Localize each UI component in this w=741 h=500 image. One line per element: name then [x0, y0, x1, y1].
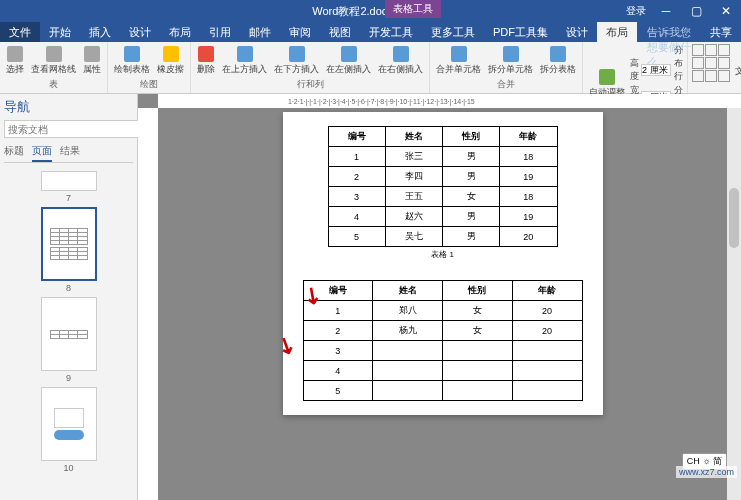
- menu-review[interactable]: 审阅: [280, 22, 320, 42]
- delete-button[interactable]: 删除: [195, 45, 217, 77]
- eraser-button[interactable]: 橡皮擦: [155, 45, 186, 77]
- nav-tab-headings[interactable]: 标题: [4, 142, 24, 162]
- height-input[interactable]: [641, 64, 671, 76]
- restore-icon[interactable]: ▢: [681, 0, 711, 22]
- tell-me-box[interactable]: 告诉我您想要做什么...: [637, 22, 701, 42]
- share-button[interactable]: 共享: [701, 22, 741, 42]
- search-input[interactable]: [4, 120, 139, 138]
- distribute-rows-button[interactable]: 分布行: [674, 44, 683, 83]
- context-tab-table: 表格工具: [385, 0, 441, 18]
- nav-tab-pages[interactable]: 页面: [32, 142, 52, 162]
- insert-right-button[interactable]: 在右侧插入: [376, 45, 425, 77]
- group-merge: 合并: [497, 78, 515, 91]
- annotation-arrow-2: ↘: [272, 329, 299, 360]
- insert-below-button[interactable]: 在下方插入: [272, 45, 321, 77]
- height-label: 高度: [630, 57, 639, 83]
- select-button[interactable]: 选择: [4, 45, 26, 77]
- properties-button[interactable]: 属性: [81, 45, 103, 77]
- menu-table-layout[interactable]: 布局: [597, 22, 637, 42]
- table-1-caption: 表格 1: [297, 249, 589, 260]
- text-direction-button[interactable]: 文字方向: [733, 47, 741, 79]
- menu-layout[interactable]: 布局: [160, 22, 200, 42]
- menu-mailings[interactable]: 邮件: [240, 22, 280, 42]
- menu-view[interactable]: 视图: [320, 22, 360, 42]
- group-draw: 绘图: [140, 78, 158, 91]
- thumbnail-page-9[interactable]: 9: [4, 297, 133, 383]
- group-table: 表: [49, 78, 58, 91]
- menu-table-design[interactable]: 设计: [557, 22, 597, 42]
- menu-references[interactable]: 引用: [200, 22, 240, 42]
- thumbnail-page-7[interactable]: 7: [4, 171, 133, 203]
- nav-title: 导航: [4, 98, 133, 116]
- gridlines-button[interactable]: 查看网格线: [29, 45, 78, 77]
- merge-cells-button[interactable]: 合并单元格: [434, 45, 483, 77]
- login-link[interactable]: 登录: [626, 4, 646, 18]
- thumbnail-page-10[interactable]: 10: [4, 387, 133, 473]
- menu-pdf[interactable]: PDF工具集: [484, 22, 557, 42]
- insert-left-button[interactable]: 在左侧插入: [324, 45, 373, 77]
- alignment-grid[interactable]: [692, 44, 730, 82]
- insert-above-button[interactable]: 在上方插入: [220, 45, 269, 77]
- menu-more[interactable]: 更多工具: [422, 22, 484, 42]
- nav-tab-results[interactable]: 结果: [60, 142, 80, 162]
- menu-design[interactable]: 设计: [120, 22, 160, 42]
- group-rows-columns: 行和列: [297, 78, 324, 91]
- vertical-scrollbar[interactable]: [727, 108, 741, 500]
- watermark: www.xz7.com: [676, 466, 737, 478]
- horizontal-ruler[interactable]: 1·2·1·|·|·1·|·2·|·3·|·4·|·5·|·6·|·7·|·8·…: [158, 94, 741, 108]
- menu-insert[interactable]: 插入: [80, 22, 120, 42]
- vertical-ruler[interactable]: [138, 108, 158, 500]
- menu-home[interactable]: 开始: [40, 22, 80, 42]
- menu-developer[interactable]: 开发工具: [360, 22, 422, 42]
- split-table-button[interactable]: 拆分表格: [538, 45, 578, 77]
- minimize-icon[interactable]: ─: [651, 0, 681, 22]
- split-cells-button[interactable]: 拆分单元格: [486, 45, 535, 77]
- close-icon[interactable]: ✕: [711, 0, 741, 22]
- document-page[interactable]: 编号姓名性别年龄 1张三男18 2李四男19 3王五女18 4赵六男19 5吴七…: [283, 112, 603, 415]
- thumbnail-page-8[interactable]: 8: [4, 207, 133, 293]
- table-2[interactable]: 编号姓名性别年龄 1郑八女20 2杨九女20 3 4 5: [303, 280, 583, 401]
- table-1[interactable]: 编号姓名性别年龄 1张三男18 2李四男19 3王五女18 4赵六男19 5吴七…: [328, 126, 558, 247]
- menu-file[interactable]: 文件: [0, 22, 40, 42]
- draw-table-button[interactable]: 绘制表格: [112, 45, 152, 77]
